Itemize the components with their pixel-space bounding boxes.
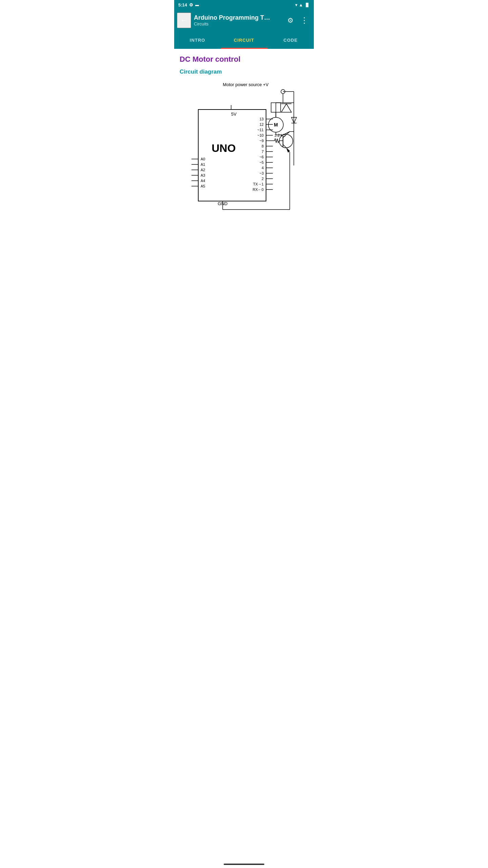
5v-label: 5V xyxy=(231,112,237,117)
pina1-label: A1 xyxy=(201,162,205,166)
back-button[interactable]: ← xyxy=(177,13,191,28)
status-bar-left: 5:14 ⚙ ▬ xyxy=(178,2,199,7)
pin11-label: ~11 xyxy=(257,128,264,132)
pin10-label: ~10 xyxy=(257,133,264,137)
pin2-label: 2 xyxy=(262,177,264,181)
app-subtitle: Circuits xyxy=(194,21,282,26)
motor-label: M xyxy=(274,122,278,127)
pin3-label: ~3 xyxy=(259,171,264,175)
resistor-zigzag xyxy=(273,139,283,143)
tab-circuit-label: CIRCUIT xyxy=(234,38,254,43)
pin5-label: ~5 xyxy=(259,160,264,164)
pina2-label: A2 xyxy=(201,168,205,172)
pin4-label: 4 xyxy=(262,166,264,170)
tab-intro[interactable]: INTRO xyxy=(174,31,221,49)
tab-intro-label: INTRO xyxy=(190,38,205,43)
uno-label: UNO xyxy=(211,142,236,154)
settings-button[interactable]: ⚙ xyxy=(285,14,296,27)
pintx-label: TX→1 xyxy=(253,182,264,186)
pin6-label: ~6 xyxy=(259,155,264,159)
section-title: Circuit diagram xyxy=(180,68,308,75)
settings-icon: ⚙ xyxy=(189,2,193,7)
pinrx-label: RX←0 xyxy=(253,188,264,192)
app-bar: ← Arduino Programming T… Circuits ⚙ ⋮ xyxy=(174,9,314,31)
app-title: Arduino Programming T… xyxy=(194,14,282,21)
motor-source-label: Motor power source +V xyxy=(223,82,269,87)
main-content: DC Motor control Circuit diagram Motor p… xyxy=(174,49,314,231)
pin9-label: ~9 xyxy=(259,139,264,143)
signal-icon: ▲ xyxy=(299,2,303,7)
page-title: DC Motor control xyxy=(180,55,308,64)
pina4-label: A4 xyxy=(201,179,205,183)
pina3-label: A3 xyxy=(201,173,205,177)
tab-code-label: CODE xyxy=(283,38,298,43)
title-group: Arduino Programming T… Circuits xyxy=(194,14,282,26)
pin7-label: 7 xyxy=(262,150,264,154)
status-bar: 5:14 ⚙ ▬ ▾ ▲ ▐▌ xyxy=(174,0,314,9)
transistor-circle xyxy=(279,134,293,148)
pin8-label: 8 xyxy=(262,144,264,148)
pina0-label: A0 xyxy=(201,157,205,161)
circuit-svg: Motor power source +V M xyxy=(180,81,308,223)
diode-symbol xyxy=(281,104,291,112)
sim-icon: ▬ xyxy=(195,3,199,7)
wifi-icon: ▾ xyxy=(295,2,298,7)
time-display: 5:14 xyxy=(178,2,187,7)
tab-circuit[interactable]: CIRCUIT xyxy=(221,31,267,49)
tab-bar: INTRO CIRCUIT CODE xyxy=(174,31,314,49)
pina5-label: A5 xyxy=(201,184,205,188)
tab-code[interactable]: CODE xyxy=(267,31,314,49)
pin13-label: 13 xyxy=(260,117,264,121)
circuit-diagram: Motor power source +V M xyxy=(180,81,308,223)
app-bar-actions: ⚙ ⋮ xyxy=(285,13,311,28)
more-options-button[interactable]: ⋮ xyxy=(298,13,311,28)
status-bar-right: ▾ ▲ ▐▌ xyxy=(295,2,310,7)
pin12-label: 12 xyxy=(260,122,264,126)
battery-icon: ▐▌ xyxy=(304,3,310,7)
